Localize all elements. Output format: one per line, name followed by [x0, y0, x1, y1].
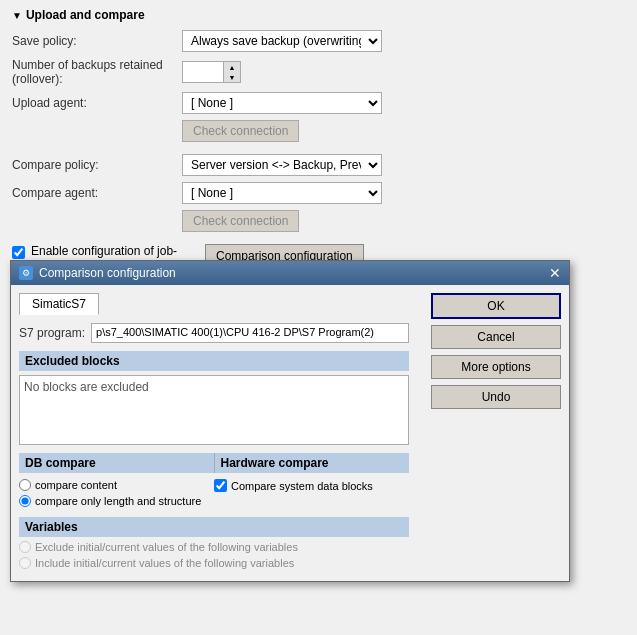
- enable-compare-checkbox[interactable]: [12, 246, 25, 259]
- compare-policy-row: Compare policy: Server version <-> Backu…: [12, 154, 625, 176]
- spinner-up[interactable]: ▲: [224, 62, 240, 72]
- save-policy-select[interactable]: Always save backup (overwriting pre...: [182, 30, 382, 52]
- save-policy-control: Always save backup (overwriting pre...: [182, 30, 625, 52]
- tab-simatic-s7[interactable]: SimaticS7: [19, 293, 99, 315]
- compare-columns-header: DB compare Hardware compare: [19, 453, 409, 473]
- excluded-blocks-area: No blocks are excluded: [19, 375, 409, 445]
- check-connection-1-button[interactable]: Check connection: [182, 120, 299, 142]
- modal-body: SimaticS7 S7 program: p\s7_400\SIMATIC 4…: [11, 285, 569, 581]
- var-option-2-row: Include initial/current values of the fo…: [19, 557, 409, 569]
- compare-content-label: compare content: [35, 479, 117, 491]
- compare-policy-label: Compare policy:: [12, 158, 182, 172]
- var-option-1-row: Exclude initial/current values of the fo…: [19, 541, 409, 553]
- upload-agent-label: Upload agent:: [12, 96, 182, 110]
- compare-length-radio[interactable]: [19, 495, 31, 507]
- compare-options: compare content compare only length and …: [19, 479, 409, 511]
- tab-bar: SimaticS7: [19, 293, 409, 315]
- compare-system-data-row: Compare system data blocks: [214, 479, 409, 492]
- compare-agent-control: [ None ]: [182, 182, 625, 204]
- spinner-buttons: ▲ ▼: [223, 62, 240, 82]
- backups-input[interactable]: 10: [183, 62, 223, 82]
- excluded-blocks-text: No blocks are excluded: [24, 380, 149, 394]
- check-connection-2-button[interactable]: Check connection: [182, 210, 299, 232]
- compare-agent-label: Compare agent:: [12, 186, 182, 200]
- db-compare-header: DB compare: [19, 453, 215, 473]
- hardware-compare-header: Hardware compare: [215, 453, 410, 473]
- var-option-1-radio[interactable]: [19, 541, 31, 553]
- s7-program-label: S7 program:: [19, 326, 85, 340]
- compare-policy-select[interactable]: Server version <-> Backup, Previous: [182, 154, 382, 176]
- upload-agent-row: Upload agent: [ None ]: [12, 92, 625, 114]
- compare-length-label: compare only length and structure: [35, 495, 201, 507]
- modal-title-content: ⚙ Comparison configuration: [19, 266, 176, 280]
- compare-system-data-checkbox[interactable]: [214, 479, 227, 492]
- var-option-2-label: Include initial/current values of the fo…: [35, 557, 294, 569]
- compare-length-row: compare only length and structure: [19, 495, 214, 507]
- compare-content-radio[interactable]: [19, 479, 31, 491]
- variables-header: Variables: [19, 517, 409, 537]
- backups-spinner: 10 ▲ ▼: [182, 61, 241, 83]
- cancel-button[interactable]: Cancel: [431, 325, 561, 349]
- s7-program-path: p\s7_400\SIMATIC 400(1)\CPU 416-2 DP\S7 …: [91, 323, 409, 343]
- comparison-config-dialog: ⚙ Comparison configuration ✕ SimaticS7 S…: [10, 260, 570, 582]
- db-compare-options: compare content compare only length and …: [19, 479, 214, 511]
- compare-agent-row: Compare agent: [ None ]: [12, 182, 625, 204]
- hardware-compare-options: Compare system data blocks: [214, 479, 409, 511]
- section-title: Upload and compare: [26, 8, 145, 22]
- backups-label: Number of backups retained (rollover):: [12, 58, 182, 86]
- upload-agent-control: [ None ]: [182, 92, 625, 114]
- undo-button[interactable]: Undo: [431, 385, 561, 409]
- var-option-2-radio[interactable]: [19, 557, 31, 569]
- s7-program-row: S7 program: p\s7_400\SIMATIC 400(1)\CPU …: [19, 323, 409, 343]
- compare-agent-select[interactable]: [ None ]: [182, 182, 382, 204]
- spinner-down[interactable]: ▼: [224, 72, 240, 82]
- collapse-icon[interactable]: ▼: [12, 10, 22, 21]
- backups-row: Number of backups retained (rollover): 1…: [12, 58, 625, 86]
- var-option-1-label: Exclude initial/current values of the fo…: [35, 541, 298, 553]
- backups-control: 10 ▲ ▼: [182, 61, 625, 83]
- modal-close-button[interactable]: ✕: [549, 266, 561, 280]
- modal-left-panel: SimaticS7 S7 program: p\s7_400\SIMATIC 4…: [19, 293, 409, 573]
- upload-agent-select[interactable]: [ None ]: [182, 92, 382, 114]
- modal-icon: ⚙: [19, 266, 33, 280]
- excluded-blocks-header: Excluded blocks: [19, 351, 409, 371]
- save-policy-label: Save policy:: [12, 34, 182, 48]
- upload-compare-header: ▼ Upload and compare: [12, 8, 625, 22]
- modal-titlebar: ⚙ Comparison configuration ✕: [11, 261, 569, 285]
- ok-button[interactable]: OK: [431, 293, 561, 319]
- compare-policy-control: Server version <-> Backup, Previous: [182, 154, 625, 176]
- compare-system-data-label: Compare system data blocks: [231, 480, 373, 492]
- more-options-button[interactable]: More options: [431, 355, 561, 379]
- modal-right-panel: OK Cancel More options Undo: [431, 293, 561, 409]
- modal-title: Comparison configuration: [39, 266, 176, 280]
- save-policy-row: Save policy: Always save backup (overwri…: [12, 30, 625, 52]
- compare-content-row: compare content: [19, 479, 214, 491]
